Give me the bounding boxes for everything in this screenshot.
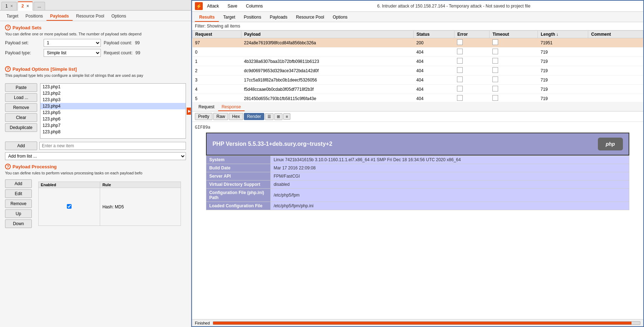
- attack-menu-attack[interactable]: Attack: [206, 3, 220, 9]
- attack-tab-payloads[interactable]: Payloads: [265, 13, 291, 22]
- tab-1[interactable]: 1 ×: [1, 2, 17, 10]
- view-pretty[interactable]: Pretty: [195, 113, 212, 120]
- view-hex[interactable]: Hex: [229, 113, 243, 120]
- table-row[interactable]: 2 dc9d06979653d329ace3472bda142d0f 404 7…: [192, 66, 643, 75]
- col-payload[interactable]: Payload: [241, 31, 413, 38]
- payload-count-value: 99: [135, 40, 139, 45]
- view-raw[interactable]: Raw: [213, 113, 228, 120]
- attack-tab-target[interactable]: Target: [219, 13, 239, 22]
- table-row[interactable]: 4 f5d48ccaae0b0cdab3f05df7718f2b3f 404 7…: [192, 85, 643, 94]
- results-table: Request Payload Status Error Timeout Len…: [192, 30, 643, 102]
- cell-payload: dc9d06979653d329ace3472bda142d0f: [241, 66, 413, 75]
- cell-comment: [588, 48, 643, 57]
- table-row[interactable]: 0 404 719: [192, 48, 643, 57]
- add-item-button[interactable]: Add: [5, 142, 37, 150]
- list-item[interactable]: 123.php7: [40, 122, 186, 129]
- nav-tab-resource-pool[interactable]: Resource Pool: [73, 12, 108, 21]
- attack-menu-columns[interactable]: Columns: [245, 3, 264, 9]
- table-row[interactable]: 5 281450d655c793b1fb58115c9f6fa43e 404 7…: [192, 94, 643, 102]
- proc-buttons: Add Edit Remove Up Down: [5, 179, 32, 228]
- tab-ellipsis[interactable]: ...: [34, 2, 45, 10]
- php-version-title: PHP Version 5.5.33-1+deb.sury.org~trusty…: [212, 141, 332, 147]
- list-item[interactable]: 123.php6: [40, 116, 186, 122]
- tab-request[interactable]: Request: [195, 103, 218, 111]
- col-comment[interactable]: Comment: [588, 31, 643, 38]
- view-tabs: Pretty Raw Hex Render ☰ ⊞ ≡: [192, 112, 643, 122]
- nav-tab-target[interactable]: Target: [3, 12, 22, 21]
- tab-response[interactable]: Response: [218, 103, 245, 111]
- view-render[interactable]: Render: [244, 113, 264, 120]
- payload-set-select[interactable]: 1: [44, 39, 101, 47]
- proc-enabled-checkbox[interactable]: [67, 204, 72, 209]
- list-item[interactable]: 123.php3: [40, 96, 186, 103]
- response-content[interactable]: GIF89a PHP Version 5.5.33-1+deb.sury.org…: [192, 122, 643, 319]
- payload-sets-help-icon[interactable]: ?: [5, 25, 11, 30]
- add-from-list-select[interactable]: Add from list ...: [5, 152, 186, 160]
- list-item[interactable]: 123.php1: [40, 84, 186, 90]
- attack-menu-save[interactable]: Save: [226, 3, 239, 9]
- list-item[interactable]: 123.php5: [40, 109, 186, 116]
- attack-tab-positions[interactable]: Positions: [240, 13, 266, 22]
- attack-tab-resource-pool[interactable]: Resource Pool: [292, 13, 329, 22]
- cell-error: [454, 48, 489, 57]
- paste-button[interactable]: Paste: [5, 83, 37, 92]
- payload-processing-help-icon[interactable]: ?: [5, 164, 11, 169]
- col-timeout[interactable]: Timeout: [490, 31, 538, 38]
- list-item-selected[interactable]: 123.php4: [40, 103, 186, 109]
- remove-button[interactable]: Remove: [5, 103, 37, 112]
- results-table-container[interactable]: Request Payload Status Error Timeout Len…: [192, 30, 643, 102]
- cell-payload: 4b3238a6307baa31b72bfb09811b6123: [241, 57, 413, 66]
- table-row[interactable]: 1 4b3238a6307baa31b72bfb09811b6123 404 7…: [192, 57, 643, 66]
- view-icon-1[interactable]: ☰: [265, 113, 274, 120]
- payload-type-select[interactable]: Simple list: [44, 49, 101, 57]
- attack-tab-results[interactable]: Results: [195, 13, 219, 22]
- php-value: /etc/php5/fpm: [271, 189, 629, 202]
- nav-tab-options[interactable]: Options: [108, 12, 129, 21]
- list-item[interactable]: 123.php2: [40, 90, 186, 96]
- cell-status: 404: [413, 75, 454, 85]
- list-item[interactable]: 123.php8: [40, 129, 186, 135]
- cell-comment: [588, 75, 643, 85]
- deduplicate-button[interactable]: Deduplicate: [5, 123, 37, 132]
- cell-req: 2: [192, 66, 241, 75]
- cell-length: 719: [538, 75, 588, 85]
- cell-req: 1: [192, 57, 241, 66]
- col-status[interactable]: Status: [413, 31, 454, 38]
- payload-processing-desc: You can define rules to perform various …: [5, 171, 186, 175]
- tab-2[interactable]: 2 ×: [18, 1, 33, 11]
- nav-tab-positions[interactable]: Positions: [22, 12, 46, 21]
- table-row[interactable]: 3 17cc5a918f82a7bbc0b1deecf5326056 404 7…: [192, 75, 643, 85]
- cell-length: 719: [538, 94, 588, 102]
- cell-length: 719: [538, 66, 588, 75]
- clear-button[interactable]: Clear: [5, 113, 37, 122]
- proc-remove-button[interactable]: Remove: [5, 199, 32, 208]
- burp-icon: ⚡: [195, 2, 203, 10]
- arrow-right-icon[interactable]: ▶: [187, 108, 191, 115]
- cell-timeout: [490, 66, 538, 75]
- payload-options-help-icon[interactable]: ?: [5, 66, 11, 72]
- processing-table: Enabled Rule Hash: MD5: [38, 182, 181, 226]
- load-button[interactable]: Load ...: [5, 93, 37, 102]
- view-icon-2[interactable]: ⊞: [274, 113, 282, 120]
- col-request[interactable]: Request: [192, 31, 241, 38]
- proc-add-button[interactable]: Add: [5, 179, 32, 188]
- proc-up-button[interactable]: Up: [5, 209, 32, 218]
- attack-tab-options[interactable]: Options: [329, 13, 352, 22]
- view-icon-3[interactable]: ≡: [283, 113, 290, 120]
- table-row[interactable]: 97 224a8e76193f98fccd84fa856bbc326a 200 …: [192, 38, 643, 48]
- cell-length: 719: [538, 85, 588, 94]
- filter-bar[interactable]: Filter: Showing all items: [192, 22, 643, 30]
- proc-edit-button[interactable]: Edit: [5, 189, 32, 198]
- php-label: Build Date: [206, 164, 271, 172]
- cell-length: 719: [538, 48, 588, 57]
- proc-down-button[interactable]: Down: [5, 219, 32, 228]
- tab-1-close[interactable]: ×: [10, 4, 13, 9]
- payload-list[interactable]: 123.php1 123.php2 123.php3 123.php4 123.…: [40, 83, 186, 139]
- nav-tab-payloads[interactable]: Payloads: [46, 12, 73, 21]
- cell-error: [454, 85, 489, 94]
- tab-2-close[interactable]: ×: [26, 4, 29, 9]
- add-item-input[interactable]: [39, 142, 186, 150]
- cell-payload: 281450d655c793b1fb58115c9f6fa43e: [241, 94, 413, 102]
- col-length[interactable]: Length: [538, 31, 588, 38]
- col-error[interactable]: Error: [454, 31, 489, 38]
